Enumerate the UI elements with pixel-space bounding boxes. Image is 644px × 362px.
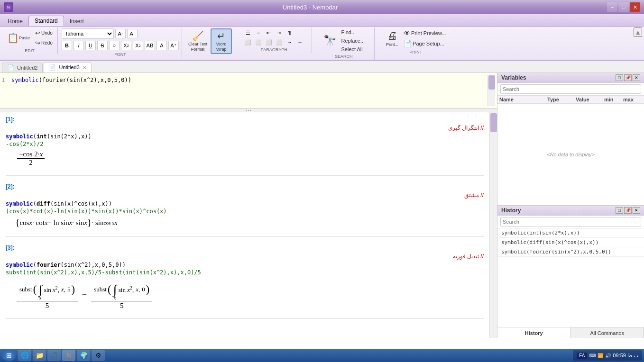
print-button[interactable]: 🖨 Print...: [384, 28, 401, 49]
block2-label: [2]:: [6, 183, 484, 190]
history-item-3[interactable]: symbolic(fourier(sin(x^2),x,0,5,0)): [497, 247, 644, 257]
page-setup-button[interactable]: 📄 Page Setup...: [402, 39, 448, 48]
close-button[interactable]: ✕: [630, 2, 640, 12]
explorer-icon: 📁: [36, 352, 44, 359]
line-number-1: 1: [2, 77, 5, 83]
indent-decrease-button[interactable]: ⇤: [264, 28, 274, 37]
ribbon-collapse-button[interactable]: ▲: [634, 27, 642, 37]
footer-tab-all-commands[interactable]: All Commands: [571, 327, 644, 338]
font-size-up-button[interactable]: A↑: [115, 29, 126, 38]
menu-tab-home[interactable]: Home: [2, 17, 28, 26]
taskbar-browser-button[interactable]: 🌍: [77, 350, 90, 361]
footer-tab-history[interactable]: History: [497, 327, 571, 338]
arrow-right-button[interactable]: →: [285, 38, 294, 46]
underline-button[interactable]: U: [85, 41, 96, 50]
output-block-3: [3]: // تبدیل فوریه symbolic(fourier(sin…: [6, 244, 484, 319]
history-item-2[interactable]: symbolic(diff(sin(x)^cos(x),x)): [497, 238, 644, 247]
align-center-button[interactable]: ⬜: [254, 38, 263, 46]
print-preview-button[interactable]: 👁 Print Preview...: [402, 28, 448, 38]
splitter[interactable]: [0, 109, 497, 112]
bold-button[interactable]: B: [62, 41, 72, 50]
start-button[interactable]: ⊞: [2, 350, 16, 361]
list-bullet-button[interactable]: ☰: [243, 28, 253, 37]
word-wrap-button[interactable]: ↵ WordWrap: [211, 28, 232, 54]
arrow-left-button[interactable]: ←: [295, 38, 305, 46]
variables-restore-button[interactable]: □: [616, 74, 623, 81]
output-scrollbar[interactable]: [489, 112, 497, 338]
doc-tab-untitled3[interactable]: 📄 Untitled3 ✕: [44, 62, 91, 72]
block3-code: symbolic(fourier(sin(x^2),x,0,5,0)): [6, 262, 484, 268]
paste-button[interactable]: 📋 Paste: [5, 31, 32, 45]
undo-button[interactable]: ↩ Undo: [33, 28, 55, 37]
font-selector[interactable]: Tahoma: [62, 28, 114, 39]
paste-icon: 📋: [7, 32, 19, 44]
col-min: min: [604, 97, 623, 102]
clock: 09:59 ب.ظ: [613, 353, 638, 359]
word-wrap-icon: ↵: [217, 30, 225, 42]
variables-close-button[interactable]: ✕: [633, 74, 640, 81]
tab-close-button[interactable]: ✕: [83, 65, 86, 70]
history-close-button[interactable]: ✕: [633, 207, 640, 214]
menu-tab-standard[interactable]: Standard: [28, 16, 64, 26]
clear-text-format-button[interactable]: 🧹 Clear TextFormat: [186, 29, 210, 54]
history-item-1[interactable]: symbolic(int(sin(2*x),x)): [497, 228, 644, 238]
binoculars-icon: 🔭: [323, 35, 336, 47]
maximize-button[interactable]: □: [618, 2, 629, 12]
block2-result: (cos(x)*cot(x)-ln(sin(x))*sin(x))*sin(x)…: [6, 208, 484, 215]
redo-button[interactable]: ↪ Redo: [33, 38, 55, 47]
select-all-button[interactable]: Select All: [340, 45, 367, 53]
menu-tab-insert[interactable]: Insert: [64, 17, 90, 26]
highlight-button[interactable]: A⁺: [168, 41, 179, 50]
window-controls: − □ ✕: [607, 2, 640, 12]
ie-icon: 🌐: [21, 352, 29, 359]
ribbon-group-font: Tahoma A↑ A↓ B I U S ○ X2 X2 AB A A⁺: [59, 27, 182, 58]
ab-button[interactable]: AB: [145, 41, 155, 50]
taskbar-explorer-button[interactable]: 📁: [33, 350, 46, 361]
col-value: Value: [576, 97, 604, 102]
align-right-button[interactable]: ⬜: [264, 38, 274, 46]
undo-icon: ↩: [35, 29, 40, 36]
align-left-button[interactable]: ⬜: [243, 38, 253, 46]
right-panel: Variables □ 📌 ✕ Name Type Value min max …: [497, 73, 644, 338]
block3-math: subst ( x ∫ x sin x2, x, 5 ): [15, 279, 484, 310]
input-code-area[interactable]: symbolic(fourier(sin(x^2),x,0,5,0)): [11, 75, 488, 106]
taskbar-app-button[interactable]: N: [62, 350, 75, 361]
history-pin-button[interactable]: 📌: [624, 207, 632, 214]
find-button[interactable]: Find...: [340, 28, 367, 36]
italic-button[interactable]: I: [74, 41, 84, 50]
block1-comment: // انتگرال گیری: [6, 125, 484, 131]
ribbon-group-print: 🖨 Print... 👁 Print Preview... 📄 Page Set…: [376, 27, 456, 55]
variables-search-input[interactable]: [500, 84, 641, 94]
output-block-2: [2]: // مشتق symbolic(diff(sin(x)^cos(x)…: [6, 183, 484, 237]
taskbar-ie-button[interactable]: 🌐: [18, 350, 31, 361]
indent-increase-button[interactable]: ⇥: [275, 28, 284, 37]
strikethrough-button[interactable]: S: [97, 41, 108, 50]
block1-label: [1]:: [6, 116, 484, 123]
variables-pin-button[interactable]: 📌: [624, 74, 632, 81]
taskbar-media-button[interactable]: 🎵: [47, 350, 61, 361]
ribbon-group-paragraph: ☰ ≡ ⇤ ⇥ ¶ ⬜ ⬜ ⬜ ⬜ → ← PAR: [236, 27, 312, 53]
subscript-button[interactable]: X2: [121, 41, 131, 50]
block3-label: [3]:: [6, 244, 484, 251]
input-section: 1 symbolic(fourier(sin(x^2),x,0,5,0)): [0, 73, 497, 109]
doc-tab-untitled2[interactable]: 📄 Untitled2: [2, 63, 43, 72]
history-search-input[interactable]: [500, 217, 641, 226]
circle-button[interactable]: ○: [109, 41, 120, 50]
superscript-button[interactable]: X2: [133, 41, 143, 50]
binoculars-button[interactable]: 🔭: [321, 33, 339, 48]
block3-comment: // تبدیل فوریه: [6, 253, 484, 260]
preview-icon: 👁: [404, 29, 410, 37]
input-scrollbar[interactable]: [488, 75, 495, 106]
list-number-button[interactable]: ≡: [254, 28, 263, 37]
font-size-down-button[interactable]: A↓: [127, 29, 138, 38]
font-color-button[interactable]: A: [156, 41, 167, 50]
history-list: symbolic(int(sin(2*x),x)) symbolic(diff(…: [497, 228, 644, 327]
align-justify-button[interactable]: ⬜: [275, 38, 284, 46]
replace-button[interactable]: Replace...: [340, 37, 367, 45]
minimize-button[interactable]: −: [607, 2, 617, 12]
pilcrow-button[interactable]: ¶: [285, 28, 294, 37]
taskbar-settings-button[interactable]: ⚙: [92, 350, 105, 361]
history-panel: History □ 📌 ✕ symbolic(int(sin(2*x),x)) …: [497, 206, 644, 338]
block1-code: symbolic(int(sin(2*x),x)): [6, 133, 484, 140]
history-restore-button[interactable]: □: [616, 207, 623, 214]
